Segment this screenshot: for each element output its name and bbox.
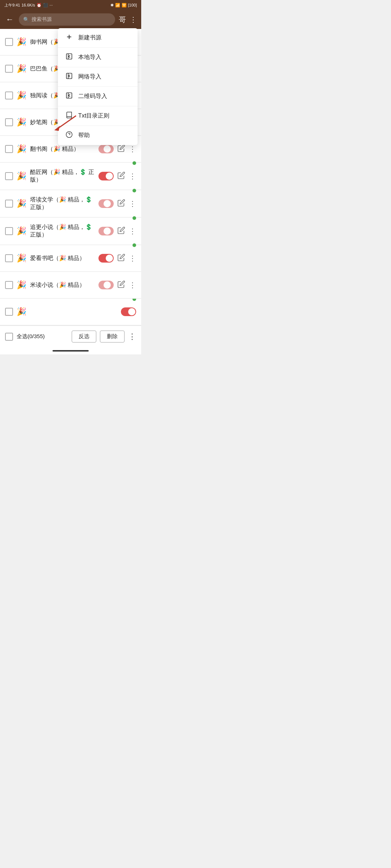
menu-item-label-network-import: 网络导入 [78,73,101,81]
menu-item-label-txt-rule: Txt目录正则 [78,112,109,120]
menu-item-icon-network-import [65,72,73,81]
menu-item-network-import[interactable]: 网络导入 [58,67,138,87]
menu-item-icon-help [65,131,73,140]
menu-item-local-import[interactable]: 本地导入 [58,48,138,67]
menu-item-label-new: 新建书源 [78,34,101,42]
menu-item-label-qr-import: 二维码导入 [78,93,107,100]
menu-item-new[interactable]: 新建书源 [58,28,138,48]
menu-item-icon-txt-rule [65,111,73,120]
svg-rect-4 [67,93,72,98]
dropdown-menu: 新建书源本地导入网络导入二维码导入Txt目录正则帮助 [58,28,138,145]
menu-item-label-local-import: 本地导入 [78,54,101,61]
svg-rect-3 [67,73,72,79]
menu-item-icon-qr-import [65,92,73,101]
menu-item-icon-new [65,33,73,42]
menu-item-help[interactable]: 帮助 [58,126,138,145]
menu-item-label-help: 帮助 [78,132,90,139]
menu-item-qr-import[interactable]: 二维码导入 [58,87,138,106]
menu-item-icon-local-import [65,53,73,62]
svg-point-5 [66,132,72,138]
svg-rect-2 [67,54,72,59]
menu-item-txt-rule[interactable]: Txt目录正则 [58,106,138,126]
